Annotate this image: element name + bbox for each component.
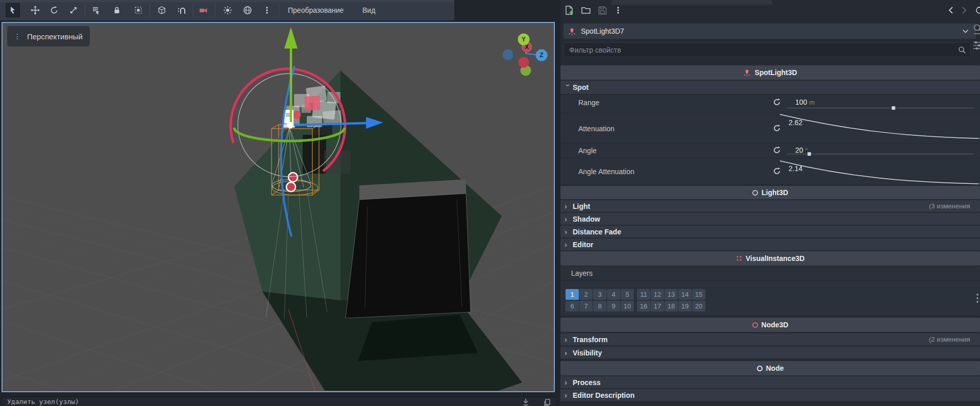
- status-bar: Удалить узел(узлы): [2, 396, 557, 406]
- scale-tool-button[interactable]: [66, 3, 81, 17]
- copy-log-button[interactable]: [543, 398, 551, 406]
- layer-cell-7[interactable]: 7: [579, 301, 593, 312]
- vertical-dots-icon: ⋮: [14, 34, 21, 39]
- cone-range-handle[interactable]: [286, 182, 296, 192]
- group-light[interactable]: › Light (3 изменения: [560, 200, 980, 212]
- cone-angle-handle[interactable]: [288, 173, 298, 182]
- layer-cell-19[interactable]: 19: [678, 301, 692, 312]
- revert-button[interactable]: [773, 98, 782, 107]
- selected-node-name: SpotLight3D7: [581, 27, 624, 35]
- group-label: Transform: [573, 336, 607, 344]
- attenuation-curve-editor[interactable]: [778, 113, 980, 144]
- floppy-icon: [598, 6, 607, 15]
- category-title: Node3D: [762, 321, 789, 329]
- layer-cell-1[interactable]: 1: [566, 289, 579, 300]
- layer-cell-16[interactable]: 16: [637, 301, 650, 312]
- layer-cell-11[interactable]: 11: [637, 289, 650, 300]
- category-node: Node: [560, 361, 980, 375]
- group-spot[interactable]: › Spot: [560, 81, 980, 94]
- load-resource-button[interactable]: [579, 4, 593, 17]
- layers-options-icon[interactable]: [975, 293, 980, 304]
- layer-cell-4[interactable]: 4: [607, 289, 620, 300]
- lock-button[interactable]: [110, 3, 124, 17]
- history-forward-button[interactable]: [958, 4, 971, 17]
- inspector-dock-tab[interactable]: [611, 0, 772, 5]
- range-slider[interactable]: [787, 106, 974, 110]
- layer-cell-12[interactable]: 12: [651, 289, 664, 300]
- category-title: Node: [766, 364, 784, 372]
- layer-cell-17[interactable]: 17: [651, 301, 664, 312]
- group-button[interactable]: [131, 3, 145, 17]
- slider-handle[interactable]: [807, 152, 811, 156]
- group-distance-fade[interactable]: › Distance Fade: [560, 226, 980, 237]
- slider-handle[interactable]: [892, 106, 895, 110]
- angle-attenuation-curve-editor[interactable]: [778, 158, 980, 184]
- new-resource-button[interactable]: [562, 4, 576, 17]
- category-title: VisualInstance3D: [746, 254, 805, 262]
- group-editor[interactable]: › Editor: [560, 238, 980, 250]
- save-resource-button[interactable]: [596, 4, 609, 17]
- layer-cell-2[interactable]: 2: [579, 289, 593, 300]
- layer-cell-6[interactable]: 6: [566, 301, 579, 312]
- layer-cell-20[interactable]: 20: [692, 301, 705, 312]
- list-select-tool-button[interactable]: [89, 3, 103, 17]
- chevron-icon: ›: [565, 84, 572, 91]
- property-value[interactable]: 2.62: [789, 118, 802, 127]
- group-editor-description[interactable]: › Editor Description: [560, 389, 980, 401]
- toolbar-separator: [215, 4, 215, 16]
- filter-sliders-icon[interactable]: [972, 40, 980, 51]
- group-transform[interactable]: › Transform (2 изменения: [560, 333, 980, 345]
- rotate-tool-button[interactable]: [47, 3, 61, 17]
- move-icon: [31, 6, 40, 15]
- group-label: Light: [573, 202, 590, 210]
- angle-slider[interactable]: [787, 152, 974, 156]
- projection-selector[interactable]: ⋮ Перспективный: [7, 26, 90, 46]
- cube-icon: [157, 6, 166, 15]
- node-selector[interactable]: SpotLight3D7: [564, 23, 976, 39]
- view-menu[interactable]: Вид: [356, 0, 381, 20]
- layer-cell-3[interactable]: 3: [593, 289, 606, 300]
- preview-camera-button[interactable]: [196, 3, 210, 17]
- transform-menu[interactable]: Преобразование: [282, 0, 350, 20]
- property-value[interactable]: 2.14: [789, 164, 802, 173]
- group-visibility[interactable]: › Visibility: [560, 347, 980, 359]
- gizmo-center[interactable]: [287, 122, 294, 129]
- preview-sun-button[interactable]: [220, 3, 235, 17]
- layer-cell-13[interactable]: 13: [665, 289, 678, 300]
- snap-button[interactable]: [175, 3, 189, 17]
- neg-x-ball: [519, 57, 529, 68]
- group-process[interactable]: › Process: [560, 376, 980, 388]
- category-title: Light3D: [762, 188, 788, 197]
- layer-cell-10[interactable]: 10: [621, 301, 634, 312]
- property-value[interactable]: 100m: [795, 98, 815, 106]
- layer-cell-9[interactable]: 9: [607, 301, 620, 312]
- property-filter-input[interactable]: [564, 43, 970, 57]
- history-list-button[interactable]: [973, 4, 980, 17]
- inspector-more-options-button[interactable]: [611, 4, 625, 17]
- viewport-scene[interactable]: X Y Z: [3, 23, 554, 391]
- history-back-button[interactable]: [944, 4, 958, 17]
- group-shadow[interactable]: › Shadow: [560, 213, 980, 225]
- layer-cell-5[interactable]: 5: [621, 289, 634, 300]
- viewport-3d[interactable]: X Y Z ⋮ Перспективный: [2, 22, 555, 392]
- select-tool-button[interactable]: [6, 3, 20, 17]
- viewport-more-options-button[interactable]: [260, 3, 274, 17]
- preview-environment-button[interactable]: [240, 3, 255, 17]
- property-row-angle-attenuation: Angle Attenuation 2.14: [560, 158, 980, 185]
- chevron-icon: ›: [565, 336, 572, 343]
- revert-button[interactable]: [773, 146, 782, 155]
- layer-cell-14[interactable]: 14: [678, 289, 692, 300]
- layer-cell-15[interactable]: 15: [692, 289, 705, 300]
- mesh-box-button[interactable]: [155, 3, 169, 17]
- property-filter: [564, 42, 971, 57]
- y-label: Y: [522, 36, 526, 43]
- scroll-to-bottom-button[interactable]: [522, 398, 530, 406]
- z-label: Z: [540, 52, 543, 59]
- move-tool-button[interactable]: [28, 3, 42, 17]
- chevron-icon: ›: [565, 228, 572, 235]
- docs-search-icon[interactable]: [972, 23, 980, 36]
- group-label: Process: [573, 378, 600, 387]
- spotlight3d-icon: [743, 69, 751, 77]
- layer-cell-8[interactable]: 8: [593, 301, 606, 312]
- layer-cell-18[interactable]: 18: [665, 301, 678, 312]
